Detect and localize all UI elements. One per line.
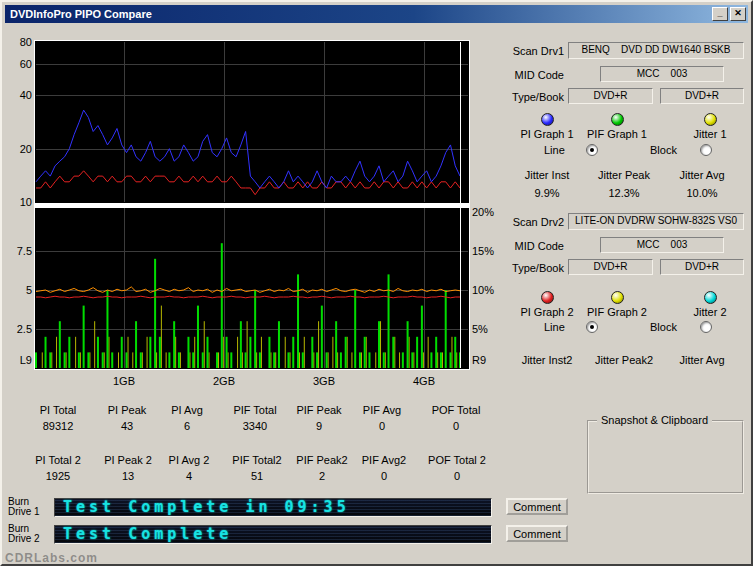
y-tick-right: 5% [472,323,502,335]
block-1-label: Block [650,144,677,156]
type-book-1-label: Type/Book [502,91,564,103]
y-tick-bottom: 5 [10,284,32,296]
jitter-1-led [704,113,717,126]
stat-pi-total: PI Total89312 [22,404,94,432]
stat-pi-total-2: PI Total 21925 [22,454,94,482]
scan-drv2-field: LITE-ON DVDRW SOHW-832S VS0 [568,213,744,230]
window-title: DVDInfoPro PIPO Compare [10,8,152,20]
app-window: DVDInfoPro PIPO Compare _ ✕ 80 60 40 20 … [0,0,753,566]
block-2-radio[interactable] [700,321,712,333]
line-2-radio[interactable] [586,321,598,333]
y-tick-bottom: L9 [10,354,32,366]
jitter-1-label: Jitter 1 [670,128,750,140]
stat-pi-avg-2: PI Avg 24 [160,454,218,482]
jitter-peak-1-label: Jitter Peak [580,169,668,181]
jitter-peak-1-value: 12.3% [580,187,668,199]
stat-pif-peak-2: PIF Peak22 [290,454,354,482]
line-1-label: Line [544,144,565,156]
jitter-peak-2-label: Jitter Peak2 [580,354,668,366]
pif-graph-1-label: PIF Graph 1 [577,128,657,140]
pi-graph-1-led [541,113,554,126]
type-book-1-field-a: DVD+R [568,88,653,104]
status-display-drive2: Test Complete [54,525,492,544]
stat-pif-peak: PIF Peak9 [288,404,350,432]
y-tick-top: 80 [10,36,32,48]
line-1-radio[interactable] [586,144,598,156]
close-button[interactable]: ✕ [730,7,746,21]
pi-graph-2-led [541,291,554,304]
type-book-2-label: Type/Book [502,262,564,274]
mid-code-1-label: MID Code [502,69,564,81]
pi-graph-1-label: PI Graph 1 [507,128,587,140]
x-tick: 2GB [204,375,244,387]
pi-graph-2-label: PI Graph 2 [507,306,587,318]
scan-drv2-label: Scan Drv2 [502,216,564,228]
burn-drive2-label: Burn Drive 2 [8,524,40,544]
type-book-2-field-a: DVD+R [568,259,653,275]
block-1-radio[interactable] [700,144,712,156]
scan-drv1-label: Scan Drv1 [502,45,564,57]
y-tick-top: 10 [10,196,32,208]
status-display-drive1: Test Complete in 09:35 [54,498,492,517]
stat-pif-total-2: PIF Total251 [224,454,290,482]
stat-pof-total-2: POF Total 20 [420,454,494,482]
comment-button-drive1[interactable]: Comment [506,498,568,515]
compare-graph [34,40,470,370]
mid-code-2-field: MCC 003 [600,237,724,253]
jitter-avg-1-value: 10.0% [662,187,742,199]
jitter-inst-1-label: Jitter Inst [507,169,587,181]
scan-drv1-field: BENQ DVD DD DW1640 BSKB [568,42,744,59]
pif-graph-2-label: PIF Graph 2 [577,306,657,318]
jitter-inst-1-value: 9.9% [507,187,587,199]
cdrlabs-watermark: CDRLabs.com [5,551,98,565]
block-2-label: Block [650,321,677,333]
jitter-2-label: Jitter 2 [670,306,750,318]
mid-code-2-label: MID Code [502,240,564,252]
type-book-2-field-b: DVD+R [660,259,744,275]
snapshot-groupbox: Snapshot & Clipboard [587,420,744,494]
stat-pof-total: POF Total0 [420,404,492,432]
x-tick: 4GB [404,375,444,387]
pif-graph-2-led [611,291,624,304]
stat-pi-avg: PI Avg6 [158,404,216,432]
titlebar[interactable]: DVDInfoPro PIPO Compare _ ✕ [5,5,748,23]
jitter-avg-2-label: Jitter Avg [662,354,742,366]
jitter-inst-2-label: Jitter Inst2 [507,354,587,366]
minimize-button[interactable]: _ [712,7,728,21]
x-tick: 3GB [304,375,344,387]
y-tick-top: 20 [10,143,32,155]
y-tick-bottom: 2.5 [10,323,32,335]
stat-pi-peak-2: PI Peak 213 [96,454,160,482]
snapshot-groupbox-title: Snapshot & Clipboard [597,414,712,426]
stat-pif-total: PIF Total3340 [222,404,288,432]
jitter-avg-1-label: Jitter Avg [662,169,742,181]
y-tick-top: 60 [10,58,32,70]
type-book-1-field-b: DVD+R [660,88,744,104]
jitter-2-led [704,291,717,304]
burn-drive1-label: Burn Drive 1 [8,497,40,517]
y-tick-right: 20% [472,206,502,218]
line-2-label: Line [544,321,565,333]
mid-code-1-field: MCC 003 [600,66,724,82]
stat-pif-avg: PIF Avg0 [352,404,412,432]
y-tick-bottom: 7.5 [10,245,32,257]
y-tick-top: 40 [10,89,32,101]
y-tick-right: 15% [472,245,502,257]
y-tick-right: R9 [472,354,502,366]
stat-pi-peak: PI Peak43 [96,404,158,432]
y-tick-right: 10% [472,284,502,296]
comment-button-drive2[interactable]: Comment [506,525,568,542]
pif-graph-1-led [611,113,624,126]
titlebar-buttons: _ ✕ [710,7,746,21]
x-tick: 1GB [104,375,144,387]
stat-pif-avg-2: PIF Avg20 [354,454,414,482]
